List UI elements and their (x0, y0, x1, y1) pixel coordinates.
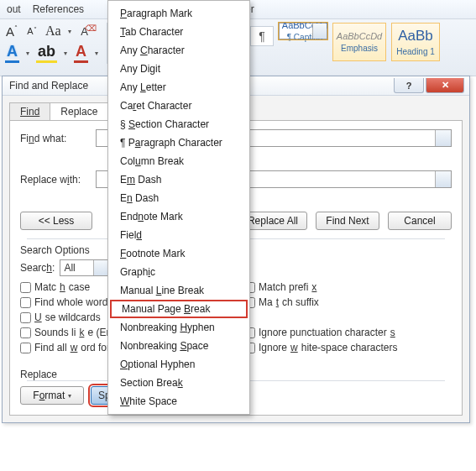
find-what-label: Find what: (20, 133, 96, 144)
search-direction-label: Search: (20, 262, 55, 274)
search-direction-select[interactable]: All (60, 259, 108, 276)
font-color-button[interactable]: A (74, 43, 88, 63)
menu-item[interactable]: Graphic (108, 263, 249, 281)
menu-item[interactable]: Em Dash (108, 170, 249, 189)
styles-group: ¶ AaBbCcDd ¶ Caption AaBbCcDd Emphasis A… (250, 23, 440, 64)
menu-item[interactable]: Any Letter (108, 78, 249, 97)
menu-item[interactable]: Nonbreaking Space (108, 337, 249, 355)
style-emphasis[interactable]: AaBbCcDd Emphasis (332, 23, 386, 61)
format-button[interactable]: Format ▾ (20, 386, 84, 405)
highlight-button[interactable]: ab (36, 43, 57, 63)
font-group: A˄ A˅ Aa▾ A⌫ A▾ ab▾ A▾ (5, 23, 107, 64)
menu-item[interactable]: Caret Character (108, 97, 249, 115)
find-next-button[interactable]: Find Next (316, 212, 379, 230)
ribbon-tab[interactable]: References (33, 3, 84, 15)
close-button[interactable]: ✕ (426, 78, 464, 93)
style-heading1[interactable]: AaBb Heading 1 (391, 23, 440, 61)
paragraph-mark-toggle[interactable]: ¶ (250, 26, 274, 46)
ribbon-tab[interactable]: out (7, 3, 21, 15)
opt-ignore-ws[interactable]: Ignore white-space characters (244, 342, 452, 353)
menu-item[interactable]: Nonbreaking Hyphen (108, 318, 249, 337)
menu-item[interactable]: Section Break (108, 374, 249, 392)
grow-font-icon[interactable]: A˄ (5, 24, 18, 39)
opt-match-prefix[interactable]: Match prefix (244, 281, 452, 293)
opt-match-suffix[interactable]: Match suffix (244, 296, 452, 308)
menu-item[interactable]: Field (108, 226, 249, 244)
tab-replace[interactable]: Replace (50, 102, 108, 120)
text-effects-button[interactable]: A (5, 43, 19, 63)
replace-with-label: Replace with: (20, 174, 96, 186)
menu-item[interactable]: Endnote Mark (108, 207, 249, 226)
menu-item[interactable]: Any Character (108, 41, 249, 60)
menu-item[interactable]: Footnote Mark (108, 244, 249, 263)
menu-item[interactable]: ¶ Paragraph Character (108, 133, 249, 152)
menu-item-highlighted[interactable]: Manual Page Break (110, 300, 248, 318)
help-button[interactable]: ? (394, 78, 424, 93)
menu-item[interactable]: Tab Character (108, 23, 249, 41)
menu-item[interactable]: § Section Character (108, 115, 249, 133)
menu-item[interactable]: Paragraph Mark (108, 4, 249, 23)
dialog-title: Find and Replace (9, 80, 88, 92)
menu-item[interactable]: Optional Hyphen (108, 355, 249, 374)
tab-find[interactable]: Find (9, 102, 50, 120)
change-case-button[interactable]: Aa (45, 24, 61, 39)
menu-item[interactable]: Any Digit (108, 60, 249, 78)
less-button[interactable]: << Less (20, 212, 92, 230)
opt-ignore-punct[interactable]: Ignore punctuation characters (244, 327, 452, 338)
menu-item[interactable]: White Space (108, 392, 249, 411)
menu-item[interactable]: Column Break (108, 152, 249, 170)
menu-item[interactable]: En Dash (108, 189, 249, 207)
special-menu: Paragraph Mark Tab Character Any Charact… (107, 0, 250, 415)
style-caption[interactable]: AaBbCcDd ¶ Caption (279, 23, 327, 39)
clear-format-icon[interactable]: A⌫ (78, 25, 92, 38)
shrink-font-icon[interactable]: A˅ (25, 26, 39, 36)
cancel-button[interactable]: Cancel (388, 212, 452, 230)
menu-item[interactable]: Manual Line Break (108, 281, 249, 300)
